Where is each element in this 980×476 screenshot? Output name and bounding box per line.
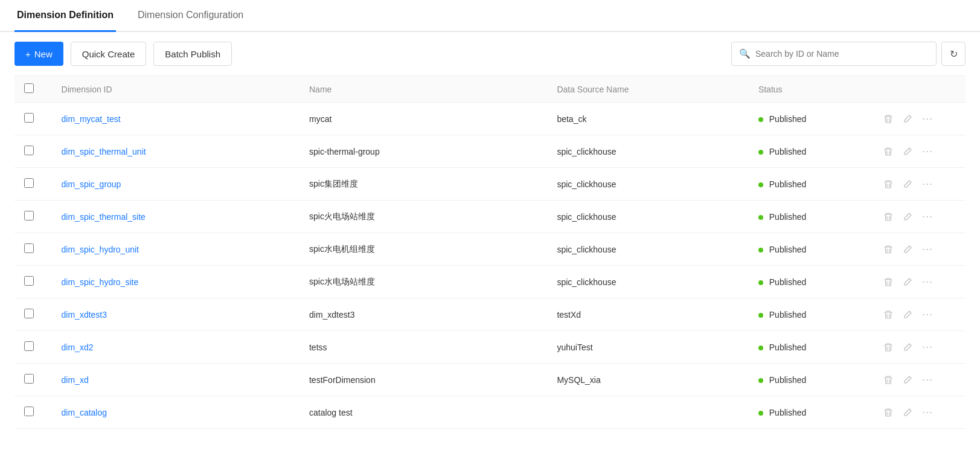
tab-dimension-configuration[interactable]: Dimension Configuration bbox=[135, 0, 246, 32]
select-all-checkbox[interactable] bbox=[24, 83, 34, 93]
search-input[interactable] bbox=[755, 49, 929, 59]
status-label: Published bbox=[769, 114, 807, 124]
edit-button[interactable] bbox=[902, 113, 914, 125]
row-checkbox[interactable] bbox=[24, 309, 34, 318]
new-button[interactable]: + New bbox=[14, 42, 63, 66]
dimension-id-link[interactable]: dim_spic_thermal_unit bbox=[62, 147, 146, 156]
table-row: dim_spic_hydro_unit spic水电机组维度 spic_clic… bbox=[14, 233, 966, 266]
more-button[interactable]: ··· bbox=[921, 111, 934, 126]
more-button[interactable]: ··· bbox=[921, 405, 934, 420]
edit-icon bbox=[903, 277, 912, 287]
delete-button[interactable] bbox=[882, 146, 894, 158]
status-label: Published bbox=[769, 147, 807, 156]
row-checkbox[interactable] bbox=[24, 407, 34, 416]
refresh-button[interactable]: ↻ bbox=[941, 42, 966, 66]
quick-create-button[interactable]: Quick Create bbox=[71, 42, 147, 66]
row-checkbox[interactable] bbox=[24, 374, 34, 384]
dimension-id-link[interactable]: dim_spic_group bbox=[62, 179, 121, 189]
row-status: Published bbox=[749, 103, 873, 135]
delete-button[interactable] bbox=[882, 113, 894, 125]
delete-button[interactable] bbox=[882, 309, 894, 321]
dimension-id-link[interactable]: dim_xd bbox=[62, 375, 89, 385]
dimension-id-link[interactable]: dim_xdtest3 bbox=[62, 310, 107, 320]
row-dimension-id: dim_xd bbox=[52, 364, 299, 396]
table-row: dim_xd2 tetss yuhuiTest Published bbox=[14, 331, 966, 364]
delete-button[interactable] bbox=[882, 243, 894, 256]
edit-button[interactable] bbox=[902, 341, 914, 353]
edit-icon bbox=[903, 343, 912, 352]
header-name: Name bbox=[299, 76, 547, 103]
row-data-source: spic_clickhouse bbox=[547, 201, 748, 233]
more-button[interactable]: ··· bbox=[921, 372, 934, 387]
row-checkbox[interactable] bbox=[24, 243, 34, 253]
more-button[interactable]: ··· bbox=[921, 242, 934, 257]
batch-publish-button[interactable]: Batch Publish bbox=[153, 42, 232, 66]
edit-button[interactable] bbox=[902, 276, 914, 288]
tab-dimension-definition[interactable]: Dimension Definition bbox=[14, 0, 116, 32]
row-status: Published bbox=[749, 298, 873, 331]
edit-button[interactable] bbox=[902, 243, 914, 256]
delete-button[interactable] bbox=[882, 276, 894, 288]
row-checkbox[interactable] bbox=[24, 113, 34, 123]
row-checkbox-cell bbox=[14, 168, 52, 201]
status-dot-icon bbox=[758, 346, 763, 350]
dimension-id-link[interactable]: dim_spic_thermal_site bbox=[62, 212, 146, 222]
dimension-id-link[interactable]: dim_spic_hydro_site bbox=[62, 277, 139, 287]
dimension-table: Dimension ID Name Data Source Name Statu… bbox=[14, 76, 966, 429]
more-button[interactable]: ··· bbox=[921, 144, 934, 159]
dimension-id-link[interactable]: dim_catalog bbox=[62, 408, 107, 417]
edit-button[interactable] bbox=[902, 374, 914, 386]
row-checkbox[interactable] bbox=[24, 146, 34, 155]
delete-icon bbox=[883, 114, 893, 124]
row-checkbox[interactable] bbox=[24, 211, 34, 220]
delete-button[interactable] bbox=[882, 178, 894, 190]
row-checkbox-cell bbox=[14, 266, 52, 298]
dimension-id-link[interactable]: dim_spic_hydro_unit bbox=[62, 245, 139, 254]
more-button[interactable]: ··· bbox=[921, 339, 934, 355]
more-button[interactable]: ··· bbox=[921, 209, 934, 224]
delete-button[interactable] bbox=[882, 374, 894, 386]
more-button[interactable]: ··· bbox=[921, 307, 934, 322]
row-checkbox[interactable] bbox=[24, 178, 34, 188]
delete-button[interactable] bbox=[882, 341, 894, 353]
edit-button[interactable] bbox=[902, 178, 914, 190]
row-checkbox-cell bbox=[14, 233, 52, 266]
dimension-id-link[interactable]: dim_mycat_test bbox=[62, 114, 121, 124]
row-actions: ··· bbox=[873, 103, 966, 135]
action-buttons: ··· bbox=[882, 242, 956, 257]
more-button[interactable]: ··· bbox=[921, 176, 934, 191]
edit-icon bbox=[903, 310, 912, 320]
status-dot-icon bbox=[758, 280, 763, 285]
more-button[interactable]: ··· bbox=[921, 274, 934, 289]
header-status: Status bbox=[749, 76, 873, 103]
status-label: Published bbox=[769, 212, 807, 222]
row-name: dim_xdtest3 bbox=[299, 298, 547, 331]
status-dot-icon bbox=[758, 215, 763, 220]
row-status: Published bbox=[749, 201, 873, 233]
row-checkbox[interactable] bbox=[24, 341, 34, 351]
row-data-source: testXd bbox=[547, 298, 748, 331]
plus-icon: + bbox=[25, 49, 31, 59]
action-buttons: ··· bbox=[882, 372, 956, 387]
row-checkbox-cell bbox=[14, 396, 52, 429]
delete-icon bbox=[883, 343, 893, 352]
delete-icon bbox=[883, 179, 893, 189]
edit-button[interactable] bbox=[902, 211, 914, 223]
status-label: Published bbox=[769, 245, 807, 254]
row-checkbox[interactable] bbox=[24, 276, 34, 286]
row-actions: ··· bbox=[873, 201, 966, 233]
delete-button[interactable] bbox=[882, 407, 894, 419]
row-data-source: yuhuiTest bbox=[547, 331, 748, 364]
edit-icon bbox=[903, 147, 912, 156]
edit-icon bbox=[903, 179, 912, 189]
dimension-id-link[interactable]: dim_xd2 bbox=[62, 343, 94, 352]
edit-button[interactable] bbox=[902, 146, 914, 158]
row-checkbox-cell bbox=[14, 103, 52, 135]
row-dimension-id: dim_xd2 bbox=[52, 331, 299, 364]
row-name: spic火电场站维度 bbox=[299, 201, 547, 233]
delete-button[interactable] bbox=[882, 211, 894, 223]
edit-button[interactable] bbox=[902, 407, 914, 419]
row-status: Published bbox=[749, 266, 873, 298]
header-data-source: Data Source Name bbox=[547, 76, 748, 103]
edit-button[interactable] bbox=[902, 309, 914, 321]
